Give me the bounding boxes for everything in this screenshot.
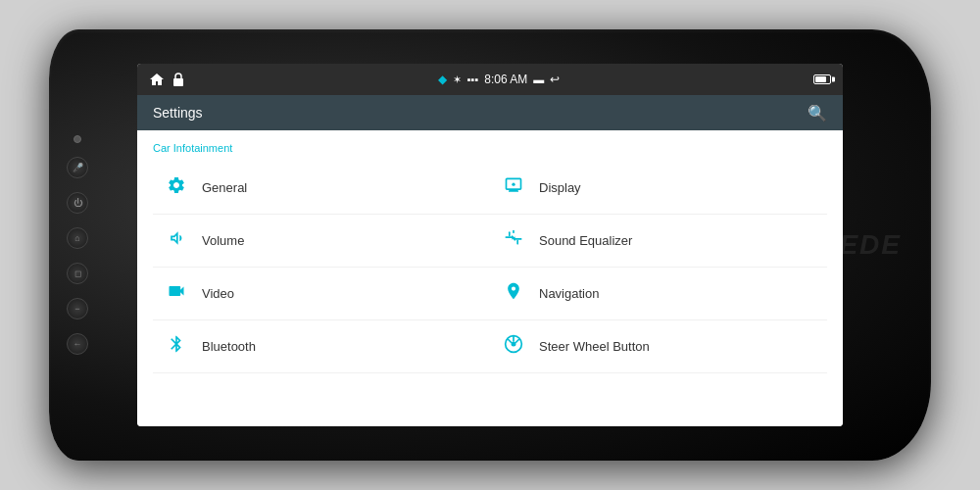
settings-item-bluetooth[interactable]: Bluetooth <box>153 320 490 373</box>
bluetooth-icon: ✶ <box>453 74 462 86</box>
gps-icon: ◆ <box>438 73 447 86</box>
dot-indicator <box>74 135 81 143</box>
svg-line-8 <box>508 339 512 343</box>
volume-label: Volume <box>202 233 244 248</box>
left-controls: 🎤 ⏻ ⌂ ◻ − ← <box>67 135 88 355</box>
svg-rect-3 <box>516 240 518 245</box>
status-right <box>813 74 831 84</box>
equalizer-icon <box>502 228 525 253</box>
settings-item-display[interactable]: Display <box>490 162 827 215</box>
video-label: Video <box>202 286 234 301</box>
home-button[interactable]: ⌂ <box>67 227 88 249</box>
lock-icon <box>172 73 184 86</box>
steer-wheel-label: Steer Wheel Button <box>539 339 650 354</box>
navigation-label: Navigation <box>539 286 599 301</box>
mic-button[interactable]: 🎤 <box>67 157 88 178</box>
navigation-icon <box>502 281 525 306</box>
settings-item-navigation[interactable]: Navigation <box>490 268 827 320</box>
display-icon <box>502 175 525 200</box>
power-button[interactable]: ⏻ <box>67 192 88 214</box>
status-bar: ◆ ✶ ▪▪▪ 8:06 AM ▬ ↩ <box>137 64 843 95</box>
section-label: Car Infotainment <box>153 142 827 154</box>
brand-watermark: MEKEDE <box>772 229 902 261</box>
app-bar-title: Settings <box>153 105 203 121</box>
battery-icon <box>813 74 831 84</box>
volume-icon <box>165 228 188 253</box>
search-button[interactable]: 🔍 <box>808 104 827 122</box>
status-time: 8:06 AM <box>484 73 527 86</box>
sound-equalizer-label: Sound Equalizer <box>539 233 632 248</box>
svg-rect-0 <box>173 78 183 86</box>
bluetooth-label: Bluetooth <box>202 339 256 354</box>
back-button[interactable]: ← <box>67 333 88 355</box>
settings-item-video[interactable]: Video <box>153 268 490 320</box>
home-icon[interactable] <box>149 73 165 86</box>
content-area: Car Infotainment General <box>137 130 843 426</box>
svg-line-9 <box>515 339 519 343</box>
svg-rect-4 <box>513 230 514 233</box>
general-icon <box>165 175 188 200</box>
general-label: General <box>202 180 247 195</box>
display-label: Display <box>539 180 581 195</box>
nav-back-icon[interactable]: ↩ <box>550 73 560 86</box>
app-bar: Settings 🔍 <box>137 95 843 130</box>
svg-point-1 <box>512 183 514 186</box>
screen-icon[interactable]: ▬ <box>533 74 544 85</box>
volume-down-button[interactable]: − <box>67 298 88 319</box>
android-button[interactable]: ◻ <box>67 263 88 284</box>
svg-rect-2 <box>509 231 511 236</box>
video-icon <box>165 281 188 306</box>
signal-icon: ▪▪▪ <box>467 74 479 85</box>
settings-grid: General Display <box>153 162 827 373</box>
head-unit: 🎤 ⏻ ⌂ ◻ − ← ◆ ✶ <box>49 29 931 461</box>
settings-item-volume[interactable]: Volume <box>153 215 490 268</box>
status-center: ◆ ✶ ▪▪▪ 8:06 AM ▬ ↩ <box>438 73 561 86</box>
screen: ◆ ✶ ▪▪▪ 8:06 AM ▬ ↩ Settings 🔍 <box>137 64 843 426</box>
bluetooth-settings-icon <box>165 334 188 359</box>
settings-item-steer-wheel[interactable]: Steer Wheel Button <box>490 320 827 373</box>
steer-wheel-icon <box>502 334 525 359</box>
settings-item-general[interactable]: General <box>153 162 490 215</box>
status-left <box>149 73 184 86</box>
